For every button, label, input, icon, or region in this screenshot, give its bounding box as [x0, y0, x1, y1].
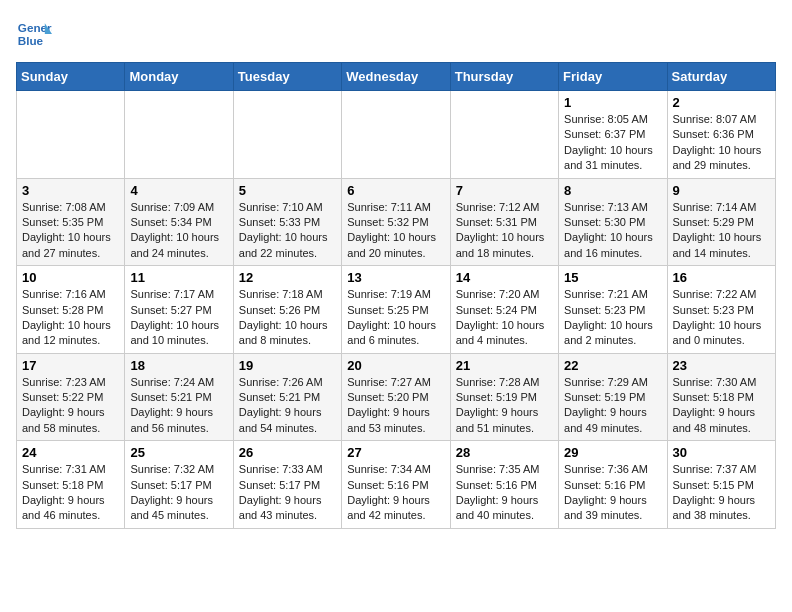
- day-number: 29: [564, 445, 661, 460]
- calendar-cell: 24Sunrise: 7:31 AM Sunset: 5:18 PM Dayli…: [17, 441, 125, 529]
- day-info: Sunrise: 7:12 AM Sunset: 5:31 PM Dayligh…: [456, 200, 553, 262]
- calendar-cell: 1Sunrise: 8:05 AM Sunset: 6:37 PM Daylig…: [559, 91, 667, 179]
- calendar-cell: [125, 91, 233, 179]
- day-info: Sunrise: 7:36 AM Sunset: 5:16 PM Dayligh…: [564, 462, 661, 524]
- logo: General Blue: [16, 16, 52, 52]
- calendar-cell: 2Sunrise: 8:07 AM Sunset: 6:36 PM Daylig…: [667, 91, 775, 179]
- day-number: 7: [456, 183, 553, 198]
- calendar-cell: [342, 91, 450, 179]
- day-info: Sunrise: 7:16 AM Sunset: 5:28 PM Dayligh…: [22, 287, 119, 349]
- day-header-saturday: Saturday: [667, 63, 775, 91]
- calendar-cell: 16Sunrise: 7:22 AM Sunset: 5:23 PM Dayli…: [667, 266, 775, 354]
- calendar-cell: 30Sunrise: 7:37 AM Sunset: 5:15 PM Dayli…: [667, 441, 775, 529]
- calendar-cell: 20Sunrise: 7:27 AM Sunset: 5:20 PM Dayli…: [342, 353, 450, 441]
- calendar-cell: 9Sunrise: 7:14 AM Sunset: 5:29 PM Daylig…: [667, 178, 775, 266]
- calendar-row-3: 10Sunrise: 7:16 AM Sunset: 5:28 PM Dayli…: [17, 266, 776, 354]
- day-number: 11: [130, 270, 227, 285]
- day-number: 20: [347, 358, 444, 373]
- calendar-cell: 28Sunrise: 7:35 AM Sunset: 5:16 PM Dayli…: [450, 441, 558, 529]
- calendar-cell: 18Sunrise: 7:24 AM Sunset: 5:21 PM Dayli…: [125, 353, 233, 441]
- day-number: 15: [564, 270, 661, 285]
- day-number: 2: [673, 95, 770, 110]
- day-info: Sunrise: 7:23 AM Sunset: 5:22 PM Dayligh…: [22, 375, 119, 437]
- day-info: Sunrise: 7:17 AM Sunset: 5:27 PM Dayligh…: [130, 287, 227, 349]
- calendar-row-5: 24Sunrise: 7:31 AM Sunset: 5:18 PM Dayli…: [17, 441, 776, 529]
- day-number: 28: [456, 445, 553, 460]
- calendar-cell: 17Sunrise: 7:23 AM Sunset: 5:22 PM Dayli…: [17, 353, 125, 441]
- day-info: Sunrise: 7:22 AM Sunset: 5:23 PM Dayligh…: [673, 287, 770, 349]
- day-info: Sunrise: 7:35 AM Sunset: 5:16 PM Dayligh…: [456, 462, 553, 524]
- calendar-row-1: 1Sunrise: 8:05 AM Sunset: 6:37 PM Daylig…: [17, 91, 776, 179]
- day-number: 8: [564, 183, 661, 198]
- day-info: Sunrise: 7:29 AM Sunset: 5:19 PM Dayligh…: [564, 375, 661, 437]
- day-number: 19: [239, 358, 336, 373]
- logo-icon: General Blue: [16, 16, 52, 52]
- day-info: Sunrise: 7:14 AM Sunset: 5:29 PM Dayligh…: [673, 200, 770, 262]
- day-info: Sunrise: 7:27 AM Sunset: 5:20 PM Dayligh…: [347, 375, 444, 437]
- calendar-cell: 3Sunrise: 7:08 AM Sunset: 5:35 PM Daylig…: [17, 178, 125, 266]
- calendar-cell: [450, 91, 558, 179]
- day-info: Sunrise: 8:05 AM Sunset: 6:37 PM Dayligh…: [564, 112, 661, 174]
- calendar-cell: 15Sunrise: 7:21 AM Sunset: 5:23 PM Dayli…: [559, 266, 667, 354]
- day-number: 4: [130, 183, 227, 198]
- day-header-wednesday: Wednesday: [342, 63, 450, 91]
- day-info: Sunrise: 7:33 AM Sunset: 5:17 PM Dayligh…: [239, 462, 336, 524]
- day-header-tuesday: Tuesday: [233, 63, 341, 91]
- calendar-cell: 22Sunrise: 7:29 AM Sunset: 5:19 PM Dayli…: [559, 353, 667, 441]
- day-info: Sunrise: 8:07 AM Sunset: 6:36 PM Dayligh…: [673, 112, 770, 174]
- calendar-row-4: 17Sunrise: 7:23 AM Sunset: 5:22 PM Dayli…: [17, 353, 776, 441]
- calendar-cell: 11Sunrise: 7:17 AM Sunset: 5:27 PM Dayli…: [125, 266, 233, 354]
- day-number: 21: [456, 358, 553, 373]
- calendar-cell: [17, 91, 125, 179]
- day-info: Sunrise: 7:28 AM Sunset: 5:19 PM Dayligh…: [456, 375, 553, 437]
- day-number: 6: [347, 183, 444, 198]
- page-header: General Blue: [16, 16, 776, 52]
- day-number: 30: [673, 445, 770, 460]
- calendar-table: SundayMondayTuesdayWednesdayThursdayFrid…: [16, 62, 776, 529]
- day-info: Sunrise: 7:08 AM Sunset: 5:35 PM Dayligh…: [22, 200, 119, 262]
- day-header-sunday: Sunday: [17, 63, 125, 91]
- day-info: Sunrise: 7:11 AM Sunset: 5:32 PM Dayligh…: [347, 200, 444, 262]
- calendar-cell: 27Sunrise: 7:34 AM Sunset: 5:16 PM Dayli…: [342, 441, 450, 529]
- day-info: Sunrise: 7:32 AM Sunset: 5:17 PM Dayligh…: [130, 462, 227, 524]
- day-info: Sunrise: 7:20 AM Sunset: 5:24 PM Dayligh…: [456, 287, 553, 349]
- calendar-cell: 29Sunrise: 7:36 AM Sunset: 5:16 PM Dayli…: [559, 441, 667, 529]
- calendar-cell: 13Sunrise: 7:19 AM Sunset: 5:25 PM Dayli…: [342, 266, 450, 354]
- calendar-cell: [233, 91, 341, 179]
- day-number: 13: [347, 270, 444, 285]
- day-number: 27: [347, 445, 444, 460]
- day-info: Sunrise: 7:31 AM Sunset: 5:18 PM Dayligh…: [22, 462, 119, 524]
- calendar-cell: 8Sunrise: 7:13 AM Sunset: 5:30 PM Daylig…: [559, 178, 667, 266]
- calendar-cell: 23Sunrise: 7:30 AM Sunset: 5:18 PM Dayli…: [667, 353, 775, 441]
- calendar-row-2: 3Sunrise: 7:08 AM Sunset: 5:35 PM Daylig…: [17, 178, 776, 266]
- day-number: 17: [22, 358, 119, 373]
- day-header-monday: Monday: [125, 63, 233, 91]
- calendar-cell: 5Sunrise: 7:10 AM Sunset: 5:33 PM Daylig…: [233, 178, 341, 266]
- day-number: 24: [22, 445, 119, 460]
- day-info: Sunrise: 7:30 AM Sunset: 5:18 PM Dayligh…: [673, 375, 770, 437]
- day-info: Sunrise: 7:37 AM Sunset: 5:15 PM Dayligh…: [673, 462, 770, 524]
- calendar-cell: 10Sunrise: 7:16 AM Sunset: 5:28 PM Dayli…: [17, 266, 125, 354]
- day-info: Sunrise: 7:19 AM Sunset: 5:25 PM Dayligh…: [347, 287, 444, 349]
- day-info: Sunrise: 7:21 AM Sunset: 5:23 PM Dayligh…: [564, 287, 661, 349]
- day-number: 12: [239, 270, 336, 285]
- day-number: 22: [564, 358, 661, 373]
- day-number: 14: [456, 270, 553, 285]
- day-number: 25: [130, 445, 227, 460]
- calendar-cell: 12Sunrise: 7:18 AM Sunset: 5:26 PM Dayli…: [233, 266, 341, 354]
- calendar-cell: 4Sunrise: 7:09 AM Sunset: 5:34 PM Daylig…: [125, 178, 233, 266]
- day-number: 23: [673, 358, 770, 373]
- calendar-cell: 6Sunrise: 7:11 AM Sunset: 5:32 PM Daylig…: [342, 178, 450, 266]
- day-info: Sunrise: 7:34 AM Sunset: 5:16 PM Dayligh…: [347, 462, 444, 524]
- day-header-friday: Friday: [559, 63, 667, 91]
- day-number: 1: [564, 95, 661, 110]
- day-info: Sunrise: 7:10 AM Sunset: 5:33 PM Dayligh…: [239, 200, 336, 262]
- calendar-header-row: SundayMondayTuesdayWednesdayThursdayFrid…: [17, 63, 776, 91]
- day-info: Sunrise: 7:09 AM Sunset: 5:34 PM Dayligh…: [130, 200, 227, 262]
- calendar-cell: 14Sunrise: 7:20 AM Sunset: 5:24 PM Dayli…: [450, 266, 558, 354]
- day-info: Sunrise: 7:24 AM Sunset: 5:21 PM Dayligh…: [130, 375, 227, 437]
- day-number: 5: [239, 183, 336, 198]
- day-info: Sunrise: 7:13 AM Sunset: 5:30 PM Dayligh…: [564, 200, 661, 262]
- day-number: 10: [22, 270, 119, 285]
- day-number: 18: [130, 358, 227, 373]
